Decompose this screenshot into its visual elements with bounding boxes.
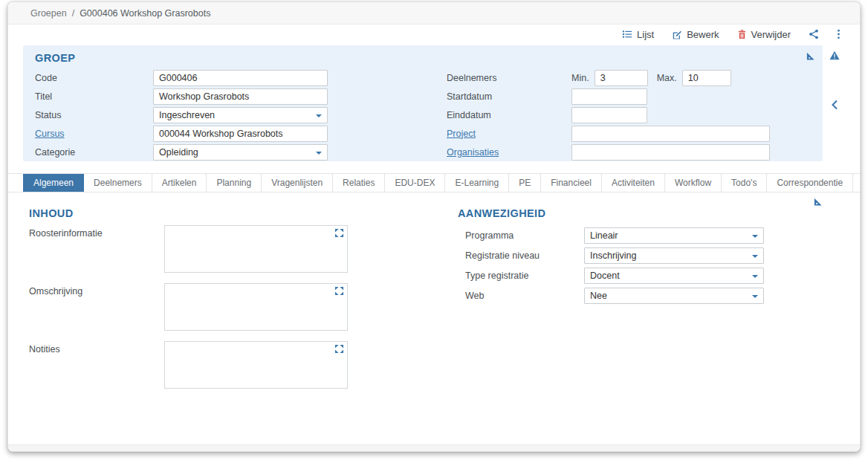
- tab-content-algemeen: INHOUD Roosterinformatie Omschrijving No…: [8, 192, 860, 399]
- cursus-input[interactable]: [153, 126, 328, 142]
- einddatum-label: Einddatum: [447, 110, 571, 120]
- breadcrumb: Groepen / G000406 Workshop Grasrobots: [8, 2, 860, 25]
- field-label: Type registratie: [458, 271, 584, 281]
- text-area[interactable]: [164, 283, 348, 331]
- field-row-status: Status Ingeschreven: [35, 106, 447, 124]
- share-button[interactable]: [809, 29, 819, 39]
- field-label: Notities: [29, 341, 164, 391]
- tab-edu-dex[interactable]: EDU-DEX: [385, 174, 445, 192]
- dropdown-select[interactable]: Nee: [584, 288, 764, 304]
- app-window: Groepen / G000406 Workshop Grasrobots Li…: [7, 1, 861, 452]
- corner-marker-icon[interactable]: [813, 196, 823, 210]
- code-input[interactable]: [153, 70, 328, 86]
- breadcrumb-current: G000406 Workshop Grasrobots: [80, 8, 210, 19]
- groep-panel-row: GROEP Code Titel Status Ingeschreven: [8, 44, 860, 161]
- tab-todo-s[interactable]: Todo's: [722, 174, 767, 192]
- status-value: Ingeschreven: [159, 110, 215, 120]
- delete-button-label: Verwijder: [751, 29, 791, 40]
- edit-pencil-icon: [672, 29, 682, 39]
- field-row-type-registratie: Type registratie Docent: [458, 265, 845, 285]
- chevron-down-icon: [316, 114, 322, 117]
- dropdown-select[interactable]: Lineair: [584, 227, 764, 244]
- titel-label: Titel: [35, 91, 153, 102]
- edit-button-label: Bewerk: [687, 29, 719, 40]
- dropdown-select[interactable]: Inschrijving: [584, 247, 764, 264]
- field-row-categorie: Categorie Opleiding: [35, 143, 447, 161]
- tab-correspondentie[interactable]: Correspondentie: [767, 174, 853, 192]
- delete-button[interactable]: Verwijder: [737, 29, 791, 40]
- expand-arrows-icon[interactable]: [334, 286, 344, 298]
- chevron-left-icon[interactable]: [831, 100, 838, 113]
- more-options-button[interactable]: [837, 29, 841, 39]
- tab-algemeen[interactable]: Algemeen: [23, 174, 84, 192]
- startdatum-label: Startdatum: [447, 91, 571, 102]
- einddatum-input[interactable]: [571, 107, 647, 123]
- tab-vragenlijsten[interactable]: Vragenlijsten: [262, 174, 333, 192]
- chevron-down-icon: [752, 235, 758, 238]
- field-row-startdatum: Startdatum: [447, 87, 811, 106]
- inhoud-section: INHOUD Roosterinformatie Omschrijving No…: [29, 207, 450, 399]
- tab-bar: AlgemeenDeelnemersArtikelenPlanningVrage…: [8, 173, 860, 192]
- field-row-registratie-niveau: Registratie niveau Inschrijving: [458, 245, 845, 265]
- selected-value: Docent: [590, 271, 620, 281]
- field-label: Web: [458, 291, 584, 301]
- chevron-down-icon: [752, 275, 758, 278]
- field-label: Programma: [458, 230, 584, 241]
- expand-arrows-icon[interactable]: [334, 344, 344, 356]
- cursus-link[interactable]: Cursus: [35, 129, 65, 139]
- categorie-label: Categorie: [35, 147, 153, 158]
- field-row-roosterinformatie: Roosterinformatie: [29, 225, 450, 275]
- field-row-einddatum: Einddatum: [447, 106, 811, 124]
- startdatum-input[interactable]: [571, 88, 647, 105]
- organisaties-link[interactable]: Organisaties: [447, 147, 499, 158]
- text-area[interactable]: [164, 225, 348, 273]
- toolbar: Lijst Bewerk Verwijder: [8, 25, 860, 44]
- field-row-code: Code: [35, 68, 447, 87]
- corner-marker-icon[interactable]: [806, 51, 815, 64]
- deelnemers-min-input[interactable]: [595, 70, 648, 86]
- dropdown-select[interactable]: Docent: [584, 268, 764, 284]
- breadcrumb-groepen-link[interactable]: Groepen: [30, 8, 67, 19]
- tab-bestanden[interactable]: Bestanden: [853, 174, 861, 192]
- tab-workflow[interactable]: Workflow: [665, 174, 722, 192]
- breadcrumb-separator: /: [72, 8, 74, 19]
- project-link[interactable]: Project: [447, 129, 476, 139]
- field-row-programma: Programma Lineair: [458, 225, 845, 245]
- field-row-notities: Notities: [29, 341, 450, 391]
- chevron-down-icon: [752, 295, 758, 298]
- text-area[interactable]: [164, 341, 348, 389]
- status-select[interactable]: Ingeschreven: [153, 107, 328, 123]
- chevron-down-icon: [752, 255, 758, 258]
- titel-input[interactable]: [153, 88, 328, 105]
- warning-triangle-icon[interactable]: [829, 50, 840, 63]
- tab-financieel[interactable]: Financieel: [541, 174, 602, 192]
- organisaties-input[interactable]: [571, 144, 770, 161]
- field-label: Registratie niveau: [458, 250, 584, 261]
- field-row-deelnemers: Deelnemers Min. Max.: [447, 68, 811, 87]
- card-footer: [8, 444, 860, 451]
- tab-e-learning[interactable]: E-Learning: [445, 174, 509, 192]
- field-row-titel: Titel: [35, 87, 447, 106]
- inhoud-title: INHOUD: [29, 207, 450, 219]
- share-icon: [809, 29, 819, 39]
- tab-deelnemers[interactable]: Deelnemers: [84, 174, 152, 192]
- field-label: Roosterinformatie: [29, 225, 164, 275]
- categorie-value: Opleiding: [159, 147, 198, 158]
- field-label: Omschrijving: [29, 283, 164, 333]
- tab-planning[interactable]: Planning: [207, 174, 262, 192]
- tab-pe[interactable]: PE: [509, 174, 541, 192]
- tab-activiteiten[interactable]: Activiteiten: [602, 174, 665, 192]
- edit-button[interactable]: Bewerk: [672, 29, 719, 40]
- tab-relaties[interactable]: Relaties: [333, 174, 385, 192]
- max-label: Max.: [657, 73, 677, 83]
- list-button[interactable]: Lijst: [622, 29, 654, 40]
- deelnemers-max-input[interactable]: [682, 70, 731, 86]
- aanwezigheid-section: AANWEZIGHEID Programma Lineair Registrat…: [450, 207, 845, 399]
- selected-value: Nee: [590, 291, 607, 301]
- selected-value: Inschrijving: [590, 250, 637, 261]
- right-rail: [823, 45, 852, 161]
- expand-arrows-icon[interactable]: [334, 228, 344, 240]
- project-input[interactable]: [571, 126, 770, 142]
- categorie-select[interactable]: Opleiding: [153, 144, 328, 161]
- tab-artikelen[interactable]: Artikelen: [152, 174, 207, 192]
